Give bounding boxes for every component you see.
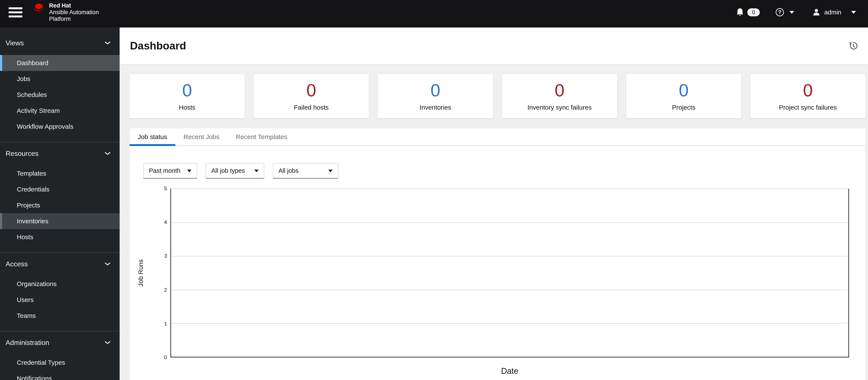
panel-tabs: Job status Recent Jobs Recent Templates: [129, 128, 865, 146]
sidebar-item-users[interactable]: Users: [0, 292, 120, 308]
caret-down-icon: [187, 170, 191, 172]
card-failed-hosts[interactable]: 0 Failed hosts: [254, 74, 369, 118]
notification-count-badge[interactable]: 0: [747, 8, 760, 16]
sidebar-item-label: Hosts: [17, 233, 33, 241]
card-count[interactable]: 0: [555, 81, 565, 99]
caret-down-icon: [789, 11, 794, 14]
card-count[interactable]: 0: [679, 81, 689, 99]
gridline: [172, 323, 848, 324]
card-inventory-sync-failures[interactable]: 0 Inventory sync failures: [502, 74, 617, 118]
jobs-select[interactable]: All jobs: [273, 163, 338, 179]
main-area: Dashboard 0 Hosts 0 Failed hosts: [120, 28, 868, 380]
sidebar-item-label: Notifications: [17, 375, 52, 380]
hamburger-bar: [9, 11, 22, 13]
user-menu[interactable]: admin: [813, 8, 856, 16]
card-count[interactable]: 0: [431, 81, 440, 99]
sidebar-section-access[interactable]: Access: [0, 258, 120, 270]
sidebar-item-label: Schedules: [17, 91, 47, 98]
sidebar-item-organizations[interactable]: Organizations: [0, 276, 120, 292]
sidebar-section-resources[interactable]: Resources: [0, 147, 120, 160]
card-label: Hosts: [179, 104, 195, 111]
sidebar-divider: [0, 331, 120, 332]
masthead: Red Hat Ansible Automation Platform 0 ?: [0, 0, 868, 28]
chevron-down-icon: [104, 151, 111, 156]
sidebar-item-inventories[interactable]: Inventories: [0, 213, 120, 229]
gridline: [172, 290, 848, 290]
card-project-sync-failures[interactable]: 0 Project sync failures: [750, 74, 865, 118]
masthead-actions: 0 ? admin: [736, 8, 856, 16]
job-status-panel: Job status Recent Jobs Recent Templates …: [129, 128, 865, 380]
hamburger-bar: [9, 7, 22, 9]
tab-job-status[interactable]: Job status: [129, 128, 175, 145]
help-menu[interactable]: ?: [776, 8, 794, 16]
sidebar-item-label: Jobs: [17, 75, 30, 82]
card-count[interactable]: 0: [306, 81, 316, 99]
page-title: Dashboard: [130, 39, 186, 52]
sidebar-item-templates[interactable]: Templates: [0, 166, 120, 181]
card-inventories[interactable]: 0 Inventories: [378, 74, 493, 118]
bell-icon[interactable]: [736, 8, 744, 16]
gridline: [172, 222, 848, 223]
sidebar-nav: Views Dashboard Jobs Schedules Activity …: [0, 28, 120, 380]
section-label: Views: [6, 39, 24, 47]
card-label: Inventory sync failures: [527, 104, 591, 111]
sidebar-item-label: Organizations: [17, 280, 57, 287]
username-label: admin: [824, 9, 841, 16]
sidebar-item-jobs[interactable]: Jobs: [0, 71, 120, 87]
y-tick-label: 0: [164, 354, 167, 360]
sidebar-item-credentials[interactable]: Credentials: [0, 181, 120, 197]
caret-down-icon: [254, 170, 259, 172]
chart-filters: Past month All job types All jobs: [143, 163, 865, 179]
y-tick-label: 5: [164, 185, 167, 192]
sidebar-item-label: Inventories: [17, 217, 49, 225]
card-label: Inventories: [420, 104, 451, 111]
tab-recent-templates[interactable]: Recent Templates: [228, 128, 296, 145]
sidebar-divider: [0, 142, 120, 142]
y-tick-label: 4: [164, 219, 167, 225]
period-select[interactable]: Past month: [143, 163, 197, 179]
sidebar-item-label: Credentials: [17, 186, 50, 193]
page-header: Dashboard: [120, 28, 868, 64]
tab-recent-jobs[interactable]: Recent Jobs: [175, 128, 228, 145]
brand-logo[interactable]: Red Hat Ansible Automation Platform: [32, 2, 99, 22]
sidebar-section-administration[interactable]: Administration: [0, 337, 120, 349]
sidebar-item-hosts[interactable]: Hosts: [0, 229, 120, 245]
section-label: Administration: [6, 339, 49, 347]
sidebar-item-workflow-approvals[interactable]: Workflow Approvals: [0, 118, 120, 135]
summary-cards-row: 0 Hosts 0 Failed hosts 0 Inventories 0 I…: [129, 74, 865, 118]
history-icon[interactable]: [849, 41, 858, 50]
app-root: Red Hat Ansible Automation Platform 0 ?: [0, 0, 868, 380]
caret-down-icon: [328, 170, 333, 172]
nav-toggle-icon[interactable]: [9, 7, 22, 18]
chevron-down-icon: [104, 341, 111, 345]
card-label: Project sync failures: [779, 104, 837, 111]
sidebar-item-label: Credential Types: [17, 359, 65, 366]
sidebar-item-label: Workflow Approvals: [17, 123, 73, 130]
sidebar-item-schedules[interactable]: Schedules: [0, 87, 120, 103]
sidebar-item-dashboard[interactable]: Dashboard: [0, 55, 120, 71]
x-axis-title: Date: [501, 367, 518, 376]
brand-line-2: Ansible Automation: [49, 9, 99, 16]
sidebar-item-projects[interactable]: Projects: [0, 197, 120, 213]
chart-plot-area: [170, 188, 849, 357]
card-label: Failed hosts: [294, 104, 329, 111]
jobs-select-value: All jobs: [278, 167, 299, 174]
y-tick-label: 1: [164, 321, 167, 327]
job-type-select[interactable]: All job types: [206, 163, 264, 179]
card-projects[interactable]: 0 Projects: [626, 74, 741, 118]
sidebar-item-notifications[interactable]: Notifications: [0, 371, 120, 380]
chevron-down-icon: [104, 41, 111, 45]
sidebar-item-teams[interactable]: Teams: [0, 308, 120, 324]
y-tick-label: 2: [164, 287, 167, 293]
sidebar-item-activity-stream[interactable]: Activity Stream: [0, 103, 120, 118]
sidebar-item-credential-types[interactable]: Credential Types: [0, 355, 120, 371]
card-count[interactable]: 0: [803, 81, 813, 99]
chevron-down-icon: [104, 262, 111, 266]
sidebar-item-label: Users: [17, 296, 34, 304]
card-label: Projects: [672, 104, 695, 111]
job-runs-chart: Job Runs 5 4 3 2 1 0 Date: [170, 188, 849, 357]
card-hosts[interactable]: 0 Hosts: [129, 74, 245, 118]
card-count[interactable]: 0: [182, 81, 192, 99]
sidebar-section-views[interactable]: Views: [0, 37, 120, 49]
section-label: Access: [6, 260, 28, 268]
